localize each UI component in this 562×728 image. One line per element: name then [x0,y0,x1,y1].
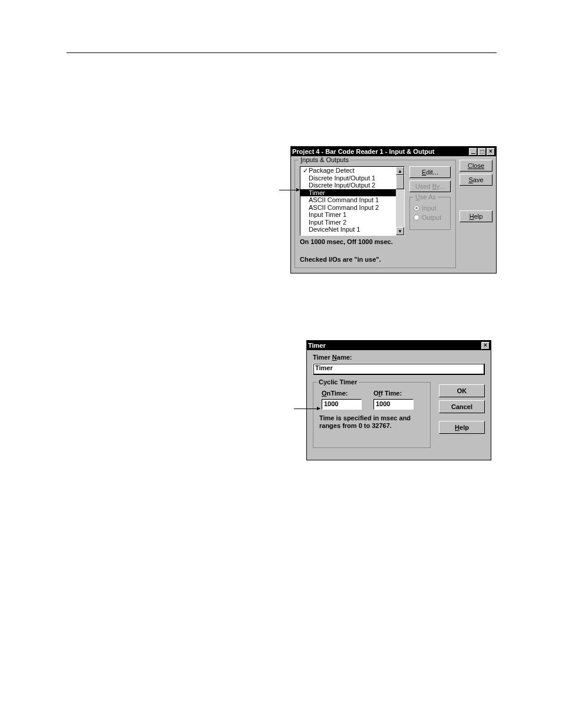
list-item-label: Discrete Input/Output 1 [309,174,375,182]
list-item[interactable]: DeviceNet Input 1 [300,226,396,233]
list-item[interactable]: ✓Package Detect [300,167,396,174]
radio-output-icon [414,215,419,220]
timer-dialog-title: Timer [308,342,481,349]
list-item[interactable]: Input Timer 2 [300,219,396,226]
list-item-label: Input Timer 2 [309,219,346,226]
minimize-button[interactable] [469,148,477,156]
timer-dialog-titlebar[interactable]: Timer × [307,341,491,350]
scrollbar[interactable]: ▲ ▼ [396,167,404,235]
close-button[interactable]: Close [459,160,492,172]
timer-name-input[interactable]: Timer [313,363,485,375]
list-item-label: Input Timer 1 [309,211,346,219]
ontime-label: OnTime: [322,390,348,397]
edit-button[interactable]: Edit... [409,166,451,178]
checkmark-icon: ✓ [303,167,309,174]
time-range-hint: Time is specified in msec and ranges fro… [319,414,423,430]
list-item-label: ASCII Command Input 1 [309,196,379,204]
list-item[interactable]: Discrete Input/Output 2 [300,182,396,189]
ontime-input[interactable]: 1000 [322,399,362,410]
list-item[interactable]: ASCII Command Input 2 [300,204,396,212]
list-item-label: Discrete Input/Output 2 [309,182,375,189]
cancel-button[interactable]: Cancel [439,400,485,413]
scroll-up-icon[interactable]: ▲ [396,167,404,175]
cyclic-timer-group: Cyclic Timer OnTime: Off Time: 1000 1000… [313,382,431,448]
list-item[interactable]: Timer [300,189,396,197]
io-dialog-title: Project 4 - Bar Code Reader 1 - Input & … [292,148,468,155]
cyclic-timer-label: Cyclic Timer [317,378,359,386]
maximize-button [478,148,486,156]
help-button[interactable]: Help [459,210,492,222]
use-as-label: Use As [414,193,438,200]
list-item-label: Timer [309,189,325,197]
inputs-outputs-group-label: Inputs & Outputs [299,156,351,163]
radio-input: Input [414,203,448,213]
close-icon[interactable]: × [487,148,495,156]
offtime-label: Off Time: [373,390,402,397]
inputs-outputs-group: Inputs & Outputs ✓Package DetectDiscrete… [295,160,456,268]
io-dialog: Project 4 - Bar Code Reader 1 - Input & … [290,146,497,274]
list-item[interactable]: ASCII Command Input 1 [300,196,396,204]
scroll-thumb[interactable] [396,175,404,189]
timer-dialog: Timer × Timer Name: Timer Cyclic Timer O… [306,340,491,460]
timer-status-text: On 1000 msec, Off 1000 msec. [300,238,393,245]
save-button[interactable]: Save [459,174,492,186]
radio-input-icon [414,205,419,211]
timer-name-label: Timer Name: [313,354,352,361]
horizontal-rule [67,52,497,53]
offtime-input[interactable]: 1000 [373,399,414,410]
scroll-down-icon[interactable]: ▼ [396,227,404,235]
list-item-label: Package Detect [309,167,355,174]
timer-dialog-buttons: OK Cancel Help [439,384,485,437]
list-item[interactable]: Input Timer 1 [300,211,396,219]
help-button[interactable]: Help [439,421,485,434]
list-item-label: ASCII Command Input 2 [309,204,379,212]
list-item-label: DeviceNet Input 1 [309,226,360,233]
dialog-right-buttons: Close Save Help [459,160,492,225]
pointer-arrow-icon [294,409,320,409]
use-as-group: Use As Input Output [409,197,451,230]
list-item[interactable]: Discrete Input/Output 1 [300,174,396,182]
pointer-arrow-icon [279,190,299,190]
used-by-button: Used By... [409,180,451,192]
checked-io-hint: Checked I/Os are "in use". [300,256,381,263]
close-icon[interactable]: × [481,342,490,350]
radio-output: Output [414,213,448,222]
io-listbox[interactable]: ✓Package DetectDiscrete Input/Output 1Di… [300,166,405,236]
io-dialog-titlebar[interactable]: Project 4 - Bar Code Reader 1 - Input & … [291,147,496,156]
ok-button[interactable]: OK [439,384,485,397]
